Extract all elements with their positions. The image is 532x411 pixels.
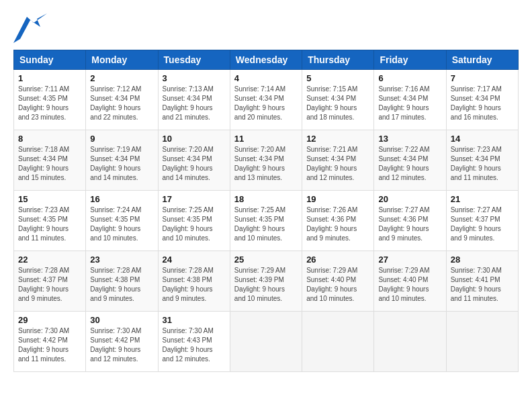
weekday-header: Thursday (302, 50, 374, 70)
day-info: Sunrise: 7:19 AM Sunset: 4:34 PM Dayligh… (90, 145, 153, 183)
day-number: 6 (378, 73, 441, 83)
day-number: 27 (378, 255, 441, 265)
calendar-day-cell: 3 Sunrise: 7:13 AM Sunset: 4:34 PM Dayli… (158, 70, 230, 130)
day-number: 25 (234, 255, 298, 265)
sunset-label: Sunset: 4:35 PM (90, 216, 140, 223)
daylight-label: Daylight: 9 hours and 12 minutes. (90, 346, 140, 363)
daylight-label: Daylight: 9 hours and 9 minutes. (306, 225, 357, 242)
day-info: Sunrise: 7:29 AM Sunset: 4:40 PM Dayligh… (378, 266, 441, 304)
sunset-label: Sunset: 4:34 PM (451, 155, 500, 163)
sunrise-label: Sunrise: 7:30 AM (163, 327, 214, 334)
calendar-day-cell: 18 Sunrise: 7:25 AM Sunset: 4:35 PM Dayl… (230, 191, 302, 251)
calendar-day-cell: 6 Sunrise: 7:16 AM Sunset: 4:34 PM Dayli… (374, 70, 446, 130)
calendar-day-cell: 27 Sunrise: 7:29 AM Sunset: 4:40 PM Dayl… (374, 251, 446, 312)
calendar-day-cell (230, 312, 302, 372)
day-number: 11 (234, 134, 298, 144)
daylight-label: Daylight: 9 hours and 9 minutes. (18, 285, 69, 302)
calendar-day-cell: 14 Sunrise: 7:23 AM Sunset: 4:34 PM Dayl… (446, 130, 518, 191)
day-number: 5 (306, 73, 369, 83)
svg-marker-0 (13, 13, 47, 43)
sunset-label: Sunset: 4:35 PM (163, 216, 212, 223)
daylight-label: Daylight: 9 hours and 10 minutes. (163, 225, 213, 242)
sunrise-label: Sunrise: 7:29 AM (234, 267, 285, 274)
sunrise-label: Sunrise: 7:22 AM (378, 146, 429, 153)
day-info: Sunrise: 7:22 AM Sunset: 4:34 PM Dayligh… (378, 145, 441, 183)
sunset-label: Sunset: 4:42 PM (90, 336, 140, 344)
day-info: Sunrise: 7:30 AM Sunset: 4:43 PM Dayligh… (163, 326, 226, 364)
calendar-day-cell: 31 Sunrise: 7:30 AM Sunset: 4:43 PM Dayl… (158, 312, 230, 372)
calendar-week-row: 15 Sunrise: 7:23 AM Sunset: 4:35 PM Dayl… (14, 191, 519, 251)
day-info: Sunrise: 7:24 AM Sunset: 4:35 PM Dayligh… (90, 205, 153, 243)
day-number: 13 (378, 134, 441, 144)
day-info: Sunrise: 7:26 AM Sunset: 4:36 PM Dayligh… (306, 205, 369, 243)
calendar-day-cell: 21 Sunrise: 7:27 AM Sunset: 4:37 PM Dayl… (446, 191, 518, 251)
sunrise-label: Sunrise: 7:30 AM (18, 327, 69, 334)
day-info: Sunrise: 7:25 AM Sunset: 4:35 PM Dayligh… (163, 205, 226, 243)
day-number: 19 (306, 194, 369, 204)
daylight-label: Daylight: 9 hours and 10 minutes. (234, 225, 285, 242)
daylight-label: Daylight: 9 hours and 13 minutes. (234, 165, 285, 181)
sunset-label: Sunset: 4:34 PM (234, 95, 284, 102)
sunset-label: Sunset: 4:34 PM (90, 95, 140, 102)
day-info: Sunrise: 7:28 AM Sunset: 4:37 PM Dayligh… (18, 266, 81, 304)
day-info: Sunrise: 7:23 AM Sunset: 4:35 PM Dayligh… (18, 205, 81, 243)
day-info: Sunrise: 7:28 AM Sunset: 4:38 PM Dayligh… (90, 266, 153, 304)
calendar-day-cell: 25 Sunrise: 7:29 AM Sunset: 4:39 PM Dayl… (230, 251, 302, 312)
day-number: 8 (18, 134, 81, 144)
calendar-week-row: 29 Sunrise: 7:30 AM Sunset: 4:42 PM Dayl… (14, 312, 519, 372)
day-number: 1 (18, 73, 81, 83)
sunrise-label: Sunrise: 7:14 AM (234, 85, 285, 93)
calendar-week-row: 22 Sunrise: 7:28 AM Sunset: 4:37 PM Dayl… (14, 251, 519, 312)
sunset-label: Sunset: 4:34 PM (378, 95, 428, 102)
day-info: Sunrise: 7:18 AM Sunset: 4:34 PM Dayligh… (18, 145, 81, 183)
sunset-label: Sunset: 4:34 PM (234, 155, 284, 163)
day-info: Sunrise: 7:23 AM Sunset: 4:34 PM Dayligh… (451, 145, 514, 183)
calendar-day-cell: 16 Sunrise: 7:24 AM Sunset: 4:35 PM Dayl… (86, 191, 158, 251)
day-info: Sunrise: 7:28 AM Sunset: 4:38 PM Dayligh… (163, 266, 226, 304)
calendar-week-row: 1 Sunrise: 7:11 AM Sunset: 4:35 PM Dayli… (14, 70, 519, 130)
sunset-label: Sunset: 4:38 PM (90, 276, 140, 283)
sunrise-label: Sunrise: 7:17 AM (451, 85, 502, 93)
sunset-label: Sunset: 4:41 PM (451, 276, 500, 283)
calendar-day-cell: 5 Sunrise: 7:15 AM Sunset: 4:34 PM Dayli… (302, 70, 374, 130)
daylight-label: Daylight: 9 hours and 17 minutes. (378, 104, 429, 121)
sunrise-label: Sunrise: 7:29 AM (378, 267, 429, 274)
calendar-day-cell: 20 Sunrise: 7:27 AM Sunset: 4:36 PM Dayl… (374, 191, 446, 251)
sunrise-label: Sunrise: 7:12 AM (90, 85, 141, 93)
daylight-label: Daylight: 9 hours and 14 minutes. (163, 165, 213, 181)
daylight-label: Daylight: 9 hours and 11 minutes. (451, 165, 501, 181)
day-number: 28 (451, 255, 514, 265)
daylight-label: Daylight: 9 hours and 15 minutes. (18, 165, 69, 181)
sunrise-label: Sunrise: 7:28 AM (18, 267, 69, 274)
sunset-label: Sunset: 4:34 PM (163, 155, 212, 163)
sunset-label: Sunset: 4:35 PM (234, 216, 284, 223)
day-number: 15 (18, 194, 81, 204)
daylight-label: Daylight: 9 hours and 12 minutes. (306, 165, 357, 181)
sunset-label: Sunset: 4:34 PM (306, 95, 356, 102)
sunrise-label: Sunrise: 7:24 AM (90, 206, 141, 214)
day-number: 12 (306, 134, 369, 144)
calendar-day-cell: 30 Sunrise: 7:30 AM Sunset: 4:42 PM Dayl… (86, 312, 158, 372)
day-info: Sunrise: 7:13 AM Sunset: 4:34 PM Dayligh… (163, 85, 226, 122)
sunset-label: Sunset: 4:39 PM (234, 276, 284, 283)
sunset-label: Sunset: 4:36 PM (306, 216, 356, 223)
calendar-day-cell (446, 312, 518, 372)
daylight-label: Daylight: 9 hours and 10 minutes. (90, 225, 140, 242)
calendar-week-row: 8 Sunrise: 7:18 AM Sunset: 4:34 PM Dayli… (14, 130, 519, 191)
day-number: 17 (163, 194, 226, 204)
daylight-label: Daylight: 9 hours and 11 minutes. (451, 285, 501, 302)
day-info: Sunrise: 7:20 AM Sunset: 4:34 PM Dayligh… (234, 145, 298, 183)
day-info: Sunrise: 7:11 AM Sunset: 4:35 PM Dayligh… (18, 85, 81, 122)
day-number: 26 (306, 255, 369, 265)
sunset-label: Sunset: 4:35 PM (18, 95, 68, 102)
sunrise-label: Sunrise: 7:25 AM (163, 206, 214, 214)
day-info: Sunrise: 7:17 AM Sunset: 4:34 PM Dayligh… (451, 85, 514, 122)
daylight-label: Daylight: 9 hours and 21 minutes. (163, 104, 213, 121)
day-number: 9 (90, 134, 153, 144)
calendar-day-cell: 11 Sunrise: 7:20 AM Sunset: 4:34 PM Dayl… (230, 130, 302, 191)
weekday-header: Friday (374, 50, 446, 70)
sunrise-label: Sunrise: 7:28 AM (163, 267, 214, 274)
day-info: Sunrise: 7:27 AM Sunset: 4:37 PM Dayligh… (451, 205, 514, 243)
day-number: 10 (163, 134, 226, 144)
day-number: 30 (90, 315, 153, 325)
